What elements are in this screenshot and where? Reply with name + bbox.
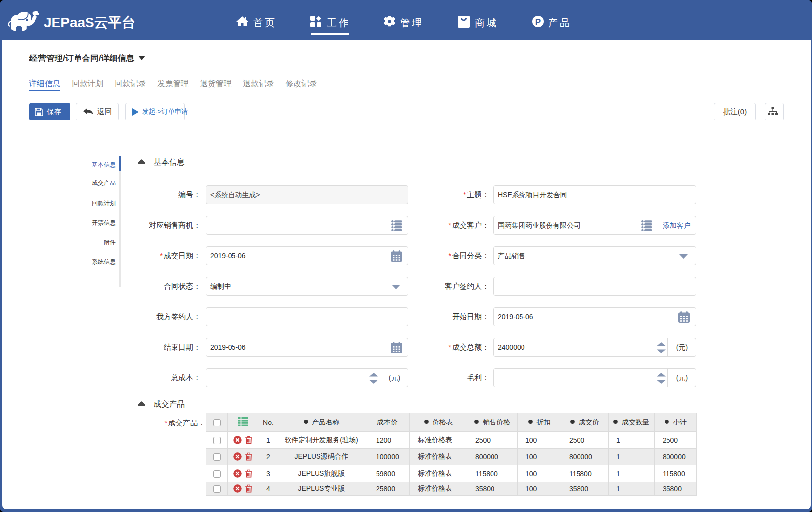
svg-text:P: P bbox=[535, 17, 541, 27]
